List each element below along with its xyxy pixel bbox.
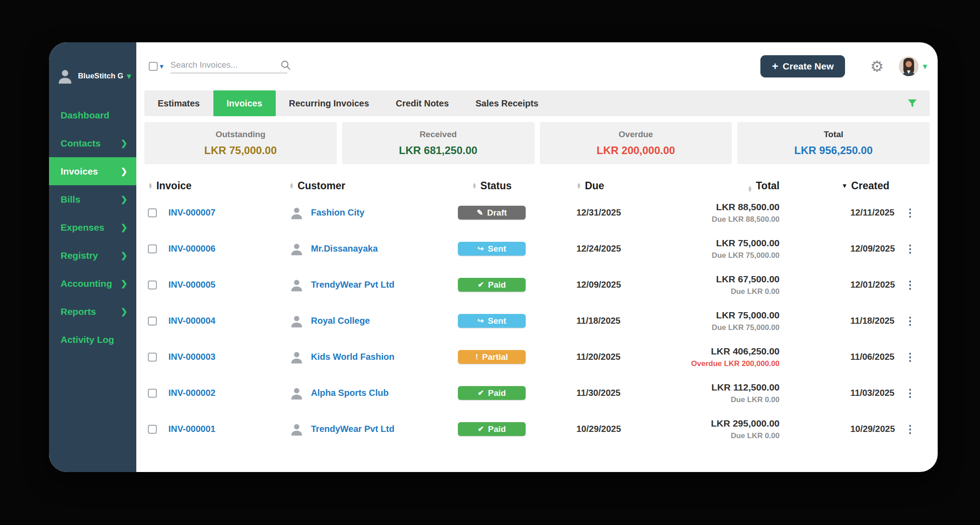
status-badge-label: Paid <box>488 280 506 290</box>
status-badge[interactable]: ↪ Sent <box>458 242 526 256</box>
customer-link[interactable]: Alpha Sports Club <box>311 388 388 398</box>
kebab-menu-icon[interactable]: ⋮ <box>905 424 915 435</box>
kebab-menu-icon[interactable]: ⋮ <box>905 352 915 362</box>
customer-avatar-icon <box>289 205 304 220</box>
column-header-total[interactable]: ▲▼ Total <box>652 180 786 192</box>
chevron-right-icon: ❯ <box>121 223 127 232</box>
sidebar-item[interactable]: Expenses ❯ <box>49 213 136 241</box>
invoice-link[interactable]: INV-000001 <box>168 424 216 434</box>
kebab-menu-icon[interactable]: ⋮ <box>905 316 915 326</box>
create-new-button[interactable]: + Create New <box>760 55 845 77</box>
status-badge[interactable]: ↪ Sent <box>458 314 526 328</box>
status-badge[interactable]: ✎ Draft <box>458 206 526 220</box>
row-checkbox[interactable] <box>148 389 157 398</box>
row-checkbox[interactable] <box>148 281 157 289</box>
row-checkbox[interactable] <box>148 317 157 326</box>
column-header-customer[interactable]: ▲▼ Customer <box>278 180 434 192</box>
tab[interactable]: Recurring Invoices <box>276 90 383 116</box>
status-badge-label: Partial <box>482 352 508 362</box>
column-header-status[interactable]: ▲▼ Status <box>434 180 550 192</box>
sort-icon[interactable]: ▲▼ <box>148 183 153 189</box>
plus-icon: + <box>772 61 778 72</box>
sidebar-item[interactable]: Accounting ❯ <box>49 269 136 297</box>
user-avatar[interactable] <box>899 57 919 76</box>
sort-icon[interactable]: ▲▼ <box>472 183 477 189</box>
org-chevron-down-icon[interactable]: ▾ <box>127 71 131 81</box>
chevron-right-icon: ❯ <box>121 251 127 260</box>
sort-desc-icon[interactable]: ▼ <box>841 182 848 189</box>
gear-icon[interactable]: ⚙ <box>870 59 883 74</box>
kebab-menu-icon[interactable]: ⋮ <box>905 244 915 254</box>
invoice-link[interactable]: INV-000003 <box>168 352 216 362</box>
created-date: 11/18/2025 <box>850 316 894 326</box>
customer-link[interactable]: TrendyWear Pvt Ltd <box>311 424 394 434</box>
sidebar-item-label: Dashboard <box>61 110 110 121</box>
filter-funnel-icon[interactable] <box>906 98 918 109</box>
topbar: ▾ + Create New ⚙ <box>144 42 930 90</box>
sidebar-item[interactable]: Registry ❯ <box>49 241 136 269</box>
sort-icon[interactable]: ▲▼ <box>747 186 752 192</box>
row-checkbox[interactable] <box>148 425 157 434</box>
summary-card-value: LKR 75,000.00 <box>204 144 277 157</box>
row-checkbox[interactable] <box>148 208 157 217</box>
tab[interactable]: Invoices <box>213 90 276 116</box>
sidebar-item[interactable]: Reports ❯ <box>49 297 136 326</box>
invoice-link[interactable]: INV-000005 <box>168 280 216 290</box>
status-badge-icon: ✔ <box>478 281 484 289</box>
column-header-created[interactable]: ▼ Created <box>786 180 930 192</box>
status-badge[interactable]: ✔ Paid <box>458 386 526 400</box>
status-badge-icon: ! <box>476 353 478 361</box>
invoice-link[interactable]: INV-000007 <box>168 208 216 218</box>
due-date: 12/09/2025 <box>576 280 621 290</box>
kebab-menu-icon[interactable]: ⋮ <box>905 280 915 290</box>
summary-card: Received LKR 681,250.00 <box>342 122 535 164</box>
status-badge[interactable]: ! Partial <box>458 350 526 364</box>
select-all-chevron-icon[interactable]: ▾ <box>160 62 163 70</box>
status-badge[interactable]: ✔ Paid <box>458 278 526 292</box>
tab-strip: Estimates Invoices Recurring Invoices Cr… <box>144 90 930 116</box>
customer-link[interactable]: Fashion City <box>311 208 364 218</box>
column-header-due[interactable]: ▲▼ Due <box>550 180 652 192</box>
table-row: INV-000004 Royal College ↪ Sent 11/18/20… <box>144 303 930 339</box>
sidebar-item[interactable]: Invoices ❯ <box>49 157 136 185</box>
sidebar-item[interactable]: Bills ❯ <box>49 185 136 213</box>
sort-icon[interactable]: ▲▼ <box>289 183 294 189</box>
org-switcher[interactable]: BlueStitch G... ▾ <box>49 67 136 85</box>
customer-link[interactable]: Mr.Dissanayaka <box>311 244 378 254</box>
invoice-link[interactable]: INV-000004 <box>168 316 216 326</box>
sidebar-item[interactable]: Activity Log ❯ <box>49 326 136 354</box>
tab[interactable]: Credit Notes <box>383 90 462 116</box>
sidebar-item-label: Registry <box>61 250 98 261</box>
created-date: 11/06/2025 <box>850 352 894 362</box>
column-header-invoice[interactable]: ▲▼ Invoice <box>144 180 278 192</box>
due-amount: Due LKR 88,500.00 <box>712 215 780 224</box>
search-icon[interactable] <box>280 59 291 71</box>
row-checkbox[interactable] <box>148 353 157 362</box>
invoice-link[interactable]: INV-000006 <box>168 244 216 254</box>
chevron-right-icon: ❯ <box>121 167 127 176</box>
sort-icon[interactable]: ▲▼ <box>576 183 581 189</box>
row-checkbox[interactable] <box>148 244 157 253</box>
summary-card-value: LKR 956,250.00 <box>794 144 873 157</box>
kebab-menu-icon[interactable]: ⋮ <box>905 208 915 218</box>
invoice-link[interactable]: INV-000002 <box>168 388 216 398</box>
kebab-menu-icon[interactable]: ⋮ <box>905 388 915 399</box>
tab[interactable]: Sales Receipts <box>462 90 552 116</box>
status-badge[interactable]: ✔ Paid <box>458 422 526 436</box>
summary-card-label: Received <box>420 130 457 139</box>
customer-link[interactable]: Royal College <box>311 316 370 326</box>
table-row: INV-000005 TrendyWear Pvt Ltd ✔ Paid 12/… <box>144 267 930 303</box>
tab[interactable]: Estimates <box>144 90 213 116</box>
due-date: 10/29/2025 <box>576 424 621 434</box>
select-all-checkbox[interactable] <box>149 62 158 71</box>
customer-link[interactable]: TrendyWear Pvt Ltd <box>311 280 394 290</box>
sidebar-item[interactable]: Contacts ❯ <box>49 129 136 157</box>
sidebar-item[interactable]: Dashboard ❯ <box>49 101 136 129</box>
customer-link[interactable]: Kids World Fashion <box>311 352 394 362</box>
user-menu-chevron-down-icon[interactable]: ▾ <box>923 61 927 71</box>
status-badge-icon: ✔ <box>478 425 484 433</box>
summary-card: Total LKR 956,250.00 <box>737 122 930 164</box>
search-input[interactable] <box>171 60 280 70</box>
table-header: ▲▼ Invoice ▲▼ Customer ▲▼ Status ▲▼ Due … <box>144 177 930 195</box>
total-amount: LKR 67,500.00 <box>716 274 780 285</box>
